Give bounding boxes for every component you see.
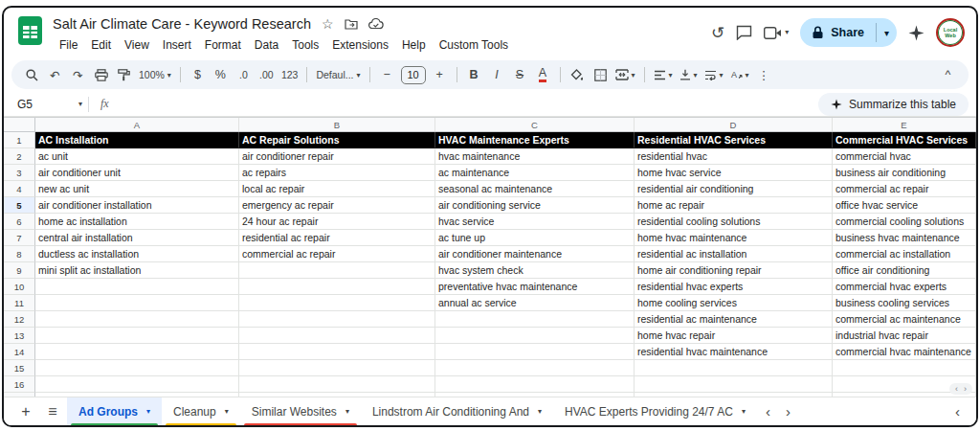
add-sheet-button[interactable]: + bbox=[13, 399, 38, 424]
sheet-tab-hvac-experts-providing-24-7-ac[interactable]: HVAC Experts Providing 24/7 AC▾ bbox=[553, 397, 757, 426]
cell-A1[interactable]: AC Installation bbox=[35, 132, 239, 148]
cell-E5[interactable]: office hvac service bbox=[833, 197, 976, 214]
all-sheets-icon[interactable]: ≡ bbox=[40, 399, 65, 424]
vertical-align-icon[interactable]: ▾ bbox=[677, 63, 701, 86]
cell-D15[interactable] bbox=[635, 360, 833, 376]
cell-D12[interactable]: residential ac maintenance bbox=[635, 311, 833, 328]
row-header-16[interactable]: 16 bbox=[4, 376, 35, 393]
row-header-8[interactable]: 8 bbox=[4, 246, 35, 262]
sheet-tab-dropdown-icon[interactable]: ▾ bbox=[538, 407, 542, 416]
row-header-7[interactable]: 7 bbox=[4, 230, 35, 246]
increase-font-size-icon[interactable]: + bbox=[429, 63, 451, 86]
row-header-9[interactable]: 9 bbox=[4, 262, 35, 279]
menu-tools[interactable]: Tools bbox=[285, 36, 325, 54]
column-header-C[interactable]: C bbox=[435, 118, 635, 131]
cell-C1[interactable]: HVAC Maintenance Experts bbox=[435, 132, 635, 148]
row-header-13[interactable]: 13 bbox=[4, 328, 35, 344]
cell-B4[interactable]: local ac repair bbox=[239, 181, 435, 197]
cell-A8[interactable]: ductless ac installation bbox=[35, 246, 239, 262]
row-header-3[interactable]: 3 bbox=[4, 165, 35, 181]
cell-D4[interactable]: residential air conditioning bbox=[635, 181, 833, 197]
cell-D11[interactable]: home cooling services bbox=[635, 295, 833, 311]
more-toolbar-icon[interactable]: ⋮ bbox=[753, 63, 775, 86]
sheet-tab-cleanup[interactable]: Cleanup▾ bbox=[162, 397, 240, 426]
cell-E11[interactable]: business cooling services bbox=[833, 295, 976, 311]
fill-color-icon[interactable] bbox=[567, 63, 589, 86]
row-header-14[interactable]: 14 bbox=[4, 344, 35, 360]
borders-icon[interactable] bbox=[590, 63, 612, 86]
document-title[interactable]: Salt Air Climate Care - Keyword Research bbox=[53, 16, 311, 32]
cell-B5[interactable]: emergency ac repair bbox=[239, 197, 435, 214]
column-header-D[interactable]: D bbox=[635, 118, 833, 131]
undo-icon[interactable]: ↶ bbox=[44, 63, 66, 86]
row-header-11[interactable]: 11 bbox=[4, 295, 35, 311]
menu-custom-tools[interactable]: Custom Tools bbox=[433, 36, 515, 54]
decrease-decimal-icon[interactable]: .0 bbox=[233, 63, 255, 86]
menu-file[interactable]: File bbox=[53, 36, 84, 54]
format-percent-icon[interactable]: % bbox=[210, 63, 232, 86]
cell-B10[interactable] bbox=[239, 279, 435, 295]
cell-C12[interactable] bbox=[435, 311, 635, 328]
cell-E13[interactable]: industrial hvac repair bbox=[833, 328, 976, 344]
comments-icon[interactable] bbox=[736, 25, 752, 40]
cell-D9[interactable]: home air conditioning repair bbox=[635, 262, 833, 279]
cell-C13[interactable] bbox=[435, 328, 635, 344]
cell-C6[interactable]: hvac service bbox=[435, 214, 635, 230]
cell-A2[interactable]: ac unit bbox=[35, 148, 239, 165]
formula-input[interactable] bbox=[119, 92, 818, 116]
scroll-right-icon[interactable]: › bbox=[964, 384, 967, 394]
text-rotation-icon[interactable]: A ▾ bbox=[727, 63, 752, 86]
cell-A5[interactable]: air conditioner installation bbox=[35, 197, 239, 214]
cell-C9[interactable]: hvac system check bbox=[435, 262, 635, 279]
cell-D2[interactable]: residential hvac bbox=[635, 148, 833, 165]
sheet-tab-dropdown-icon[interactable]: ▾ bbox=[345, 407, 349, 416]
font-size-input[interactable]: 10 bbox=[401, 66, 426, 84]
horizontal-scrollbar[interactable]: ‹ › bbox=[949, 383, 972, 395]
cell-C11[interactable]: annual ac service bbox=[435, 295, 635, 311]
cell-E9[interactable]: office air conditioning bbox=[833, 262, 976, 279]
sheet-tab-similar-websites[interactable]: Similar Websites▾ bbox=[240, 397, 361, 426]
cell-B9[interactable] bbox=[239, 262, 435, 279]
cell-D7[interactable]: home hvac maintenance bbox=[635, 230, 833, 246]
row-header-2[interactable]: 2 bbox=[4, 148, 35, 165]
horizontal-align-icon[interactable]: ▾ bbox=[651, 63, 676, 86]
cell-D10[interactable]: residential hvac experts bbox=[635, 279, 833, 295]
cell-B15[interactable] bbox=[239, 360, 435, 376]
bold-icon[interactable]: B bbox=[463, 63, 485, 86]
summarize-table-button[interactable]: Summarize this table bbox=[818, 93, 969, 116]
cell-A10[interactable] bbox=[35, 279, 239, 295]
gemini-sparkle-icon[interactable] bbox=[908, 25, 924, 41]
cell-E10[interactable]: commercial hvac experts bbox=[833, 279, 976, 295]
cell-C10[interactable]: preventative hvac maintenance bbox=[435, 279, 635, 295]
cell-B2[interactable]: air conditioner repair bbox=[239, 148, 435, 165]
cell-A13[interactable] bbox=[35, 328, 239, 344]
cell-B1[interactable]: AC Repair Solutions bbox=[239, 132, 435, 148]
row-header-12[interactable]: 12 bbox=[4, 311, 35, 328]
cell-D5[interactable]: home ac repair bbox=[635, 197, 833, 214]
cell-B3[interactable]: ac repairs bbox=[239, 165, 435, 181]
strikethrough-icon[interactable]: S bbox=[509, 63, 531, 86]
cell-C5[interactable]: air conditioning service bbox=[435, 197, 635, 214]
row-header-4[interactable]: 4 bbox=[4, 181, 35, 197]
account-avatar[interactable]: Local Web bbox=[936, 18, 965, 47]
cell-D8[interactable]: residential ac installation bbox=[635, 246, 833, 262]
cell-B13[interactable] bbox=[239, 328, 435, 344]
cell-A12[interactable] bbox=[35, 311, 239, 328]
cell-B14[interactable] bbox=[239, 344, 435, 360]
decrease-font-size-icon[interactable]: − bbox=[376, 63, 398, 86]
cell-B6[interactable]: 24 hour ac repair bbox=[239, 214, 435, 230]
row-header-15[interactable]: 15 bbox=[4, 360, 35, 376]
number-format-icon[interactable]: 123 bbox=[278, 63, 301, 86]
format-currency-icon[interactable]: $ bbox=[187, 63, 209, 86]
share-button[interactable]: Share ▾ bbox=[800, 18, 897, 47]
cell-C7[interactable]: ac tune up bbox=[435, 230, 635, 246]
share-dropdown-icon[interactable]: ▾ bbox=[877, 18, 897, 47]
sheets-logo-icon[interactable] bbox=[17, 16, 43, 45]
cell-E7[interactable]: business hvac maintenance bbox=[833, 230, 976, 246]
name-box[interactable]: G5 ▾ bbox=[4, 98, 88, 111]
sheet-tab-dropdown-icon[interactable]: ▾ bbox=[225, 407, 229, 416]
menu-format[interactable]: Format bbox=[198, 36, 248, 54]
cell-C4[interactable]: seasonal ac maintenance bbox=[435, 181, 635, 197]
cell-A4[interactable]: new ac unit bbox=[35, 181, 239, 197]
tab-scroll-right-icon[interactable]: › bbox=[779, 403, 797, 420]
